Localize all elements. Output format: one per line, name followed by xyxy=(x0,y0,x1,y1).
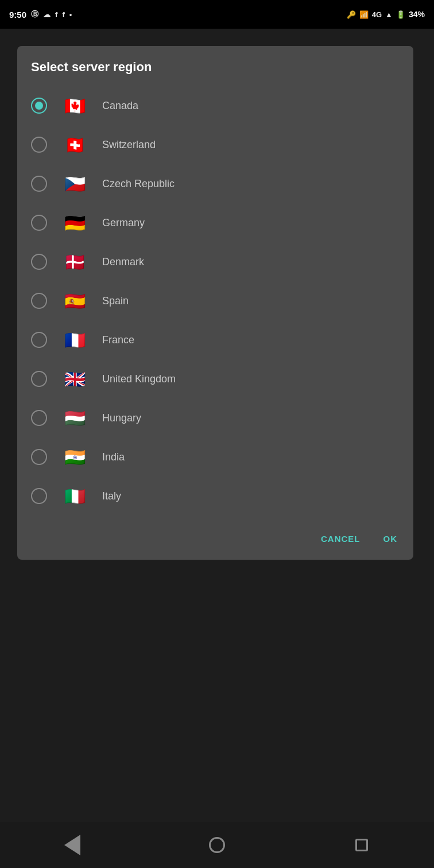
flag-india: 🇮🇳 xyxy=(59,445,91,468)
battery-percent: 34% xyxy=(409,10,425,19)
region-item-france[interactable]: 🇫🇷France xyxy=(17,320,413,359)
region-name-czech: Czech Republic xyxy=(102,178,175,190)
radio-uk xyxy=(31,371,47,387)
dialog-title: Select server region xyxy=(17,60,413,86)
recent-icon xyxy=(355,839,368,851)
radio-france xyxy=(31,332,47,348)
key-icon: 🔑 xyxy=(347,10,356,19)
region-item-canada[interactable]: 🇨🇦Canada xyxy=(17,86,413,125)
back-icon xyxy=(64,835,80,855)
messenger-icon: ☁ xyxy=(43,10,51,19)
cancel-button[interactable]: CANCEL xyxy=(319,529,363,548)
flag-france: 🇫🇷 xyxy=(59,328,91,351)
radio-hungary xyxy=(31,410,47,426)
region-item-czech[interactable]: 🇨🇿Czech Republic xyxy=(17,164,413,203)
radio-spain xyxy=(31,293,47,309)
network-4g-icon: 4G xyxy=(372,10,382,19)
region-item-switzerland[interactable]: 🇨🇭Switzerland xyxy=(17,125,413,164)
radio-switzerland xyxy=(31,137,47,153)
radio-italy xyxy=(31,488,47,504)
radio-czech xyxy=(31,176,47,192)
recent-button[interactable] xyxy=(344,828,379,862)
navigation-bar xyxy=(0,822,434,868)
signal-icon: 📶 xyxy=(359,10,369,19)
region-item-italy[interactable]: 🇮🇹Italy xyxy=(17,476,413,516)
region-name-switzerland: Switzerland xyxy=(102,139,156,151)
region-name-uk: United Kingdom xyxy=(102,373,176,385)
region-name-canada: Canada xyxy=(102,100,138,112)
flag-uk: 🇬🇧 xyxy=(59,367,91,390)
region-list: 🇨🇦Canada🇨🇭Switzerland🇨🇿Czech Republic🇩🇪G… xyxy=(17,86,413,516)
flag-canada: 🇨🇦 xyxy=(59,94,91,117)
back-button[interactable] xyxy=(55,828,90,862)
b-icon: Ⓑ xyxy=(31,9,38,20)
region-item-hungary[interactable]: 🇭🇺Hungary xyxy=(17,398,413,437)
flag-czech: 🇨🇿 xyxy=(59,172,91,195)
flag-denmark: 🇩🇰 xyxy=(59,250,91,273)
facebook-icon2: f xyxy=(62,10,64,19)
dot-icon: • xyxy=(69,10,72,19)
radio-canada xyxy=(31,98,47,114)
region-item-spain[interactable]: 🇪🇸Spain xyxy=(17,281,413,320)
home-icon xyxy=(209,837,225,853)
flag-germany: 🇩🇪 xyxy=(59,211,91,234)
region-item-uk[interactable]: 🇬🇧United Kingdom xyxy=(17,359,413,398)
ok-button[interactable]: OK xyxy=(381,529,400,548)
status-bar: 9:50 Ⓑ ☁ f f • 🔑 📶 4G ▲ 🔋 34% xyxy=(0,0,434,29)
region-name-india: India xyxy=(102,451,125,463)
region-item-denmark[interactable]: 🇩🇰Denmark xyxy=(17,242,413,281)
time-display: 9:50 xyxy=(9,10,26,20)
battery-icon: 🔋 xyxy=(396,10,405,19)
flag-switzerland: 🇨🇭 xyxy=(59,133,91,156)
home-button[interactable] xyxy=(200,828,234,862)
region-name-hungary: Hungary xyxy=(102,412,141,424)
status-bar-left: 9:50 Ⓑ ☁ f f • xyxy=(9,9,72,20)
flag-hungary: 🇭🇺 xyxy=(59,406,91,429)
radio-india xyxy=(31,449,47,465)
region-item-germany[interactable]: 🇩🇪Germany xyxy=(17,203,413,242)
dialog-buttons: CANCEL OK xyxy=(17,520,413,553)
facebook-icon1: f xyxy=(55,10,57,19)
status-bar-right: 🔑 📶 4G ▲ 🔋 34% xyxy=(347,10,425,19)
region-name-germany: Germany xyxy=(102,217,145,229)
region-name-denmark: Denmark xyxy=(102,256,144,268)
region-name-italy: Italy xyxy=(102,490,121,502)
signal-bars-icon: ▲ xyxy=(385,10,393,19)
flag-italy: 🇮🇹 xyxy=(59,485,91,507)
radio-germany xyxy=(31,215,47,231)
region-name-france: France xyxy=(102,334,134,346)
region-name-spain: Spain xyxy=(102,295,129,307)
region-item-india[interactable]: 🇮🇳India xyxy=(17,437,413,476)
radio-denmark xyxy=(31,254,47,270)
server-region-dialog: Select server region 🇨🇦Canada🇨🇭Switzerla… xyxy=(17,46,413,560)
flag-spain: 🇪🇸 xyxy=(59,289,91,312)
